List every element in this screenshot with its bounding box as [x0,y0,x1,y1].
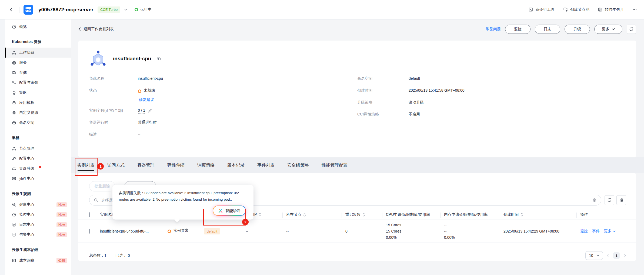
tab-access-mode[interactable]: 访问方式 [107,157,125,173]
sort-icon[interactable] [362,213,365,217]
terminal-icon [529,7,533,12]
divider [8,186,68,186]
edit-pencil-icon[interactable] [148,109,152,113]
refresh-icon [607,198,612,202]
faq-link[interactable]: 常见问题 [486,27,501,32]
sidebar-item-log-center[interactable]: 日志中心 New [5,220,71,230]
sidebar-item-configs-secrets[interactable]: 配置与密钥 [5,78,71,88]
globe-icon [12,61,16,65]
upgrade-policy-value[interactable]: 滚动升级 [409,100,424,106]
row-checkbox[interactable] [89,229,90,234]
column-memory[interactable]: 内存申请值/限制值/使用率 [444,212,503,217]
batch-delete-button[interactable]: 批量删除 [89,181,115,191]
sidebar-item-app-templates[interactable]: 应用模板 [5,98,71,108]
next-page-button[interactable] [624,254,626,257]
pod-status[interactable]: 实例异常 [173,228,189,234]
sidebar-item-cost-insights[interactable]: 成本洞察 公测 [5,256,71,266]
billing-mode-button[interactable]: 转包年包月 [598,7,624,12]
topbar-back-button[interactable] [7,6,15,14]
search-icon [94,198,98,202]
sidebar-item-policies[interactable]: 策略 [5,88,71,98]
more-button[interactable]: 更多 [594,25,622,34]
tab-security-group-policy[interactable]: 安全组策略 [287,157,309,173]
table-refresh-button[interactable] [605,195,614,205]
pod-monitor-link[interactable]: 监控 [580,229,588,234]
column-cpu[interactable]: CPU申请值/限制值/使用率 [386,212,444,217]
column-created[interactable]: 创建时间 [503,212,580,217]
cce-cluster-icon [24,5,33,15]
sidebar-item-node-management[interactable]: 节点管理 [5,144,71,154]
pod-name[interactable]: insufficient-cpu-54b58d4f8-... [100,229,168,233]
tab-pod-list[interactable]: 实例列表 [77,157,95,173]
tab-container-management[interactable]: 容器管理 [137,157,155,173]
tab-performance-config[interactable]: 性能管理配置 [322,157,348,173]
back-to-workloads-link[interactable]: 返回工作负载列表 [78,27,114,32]
logs-button[interactable]: 日志 [535,25,560,34]
create-nodepool-button[interactable]: 创建节点池 [563,7,589,12]
scheduling-failure-tooltip: 实例调度失败：0/2 nodes are available: 2 Insuff… [112,185,253,220]
sidebar-item-overview[interactable]: 概览 [5,22,71,32]
topbar-more-button[interactable] [632,7,637,12]
sort-icon[interactable] [259,213,261,217]
pod-more-link[interactable]: 更多 [604,229,616,234]
current-page[interactable]: 1 [613,252,620,259]
cluster-topbar: y00576872-mcp-server CCE Turbo 运行中 命令行工具… [0,0,644,19]
calendar-icon [598,7,602,12]
column-restarts[interactable]: 重启次数 [345,212,386,217]
sort-icon[interactable] [520,213,523,217]
tab-version-history[interactable]: 版本记录 [227,157,245,173]
tab-scheduling-policy[interactable]: 调度策略 [197,157,215,173]
cube-icon [12,121,16,125]
pod-table-row: insufficient-cpu-54b58d4f8-... 实例异常 defa… [78,220,636,243]
column-settings-button[interactable] [616,195,626,205]
replicas-value[interactable]: 0 / 1 [138,108,145,114]
chevron-down-icon [613,230,616,232]
new-badge: New [56,202,67,207]
page-size-select[interactable]: 10 [585,251,603,260]
sidebar-item-storage[interactable]: 存储 [5,68,71,78]
sidebar-item-addon-center[interactable]: 插件中心 [5,174,71,184]
log-icon [12,223,16,227]
refresh-button[interactable] [627,25,636,34]
select-all-checkbox[interactable] [89,212,90,217]
running-status-icon [135,8,138,11]
namespace-badge: default [204,228,220,234]
sidebar-section-cluster: 集群 [5,132,71,144]
prev-page-button[interactable] [607,254,609,257]
layers-icon [12,111,16,115]
field-created-time: 创建时间 2025/06/13 15:41:58 GMT+08:00 [357,88,465,94]
fix-suggestion-link[interactable]: 修复建议 [139,97,154,102]
cluster-switch-chevron-icon[interactable] [124,9,127,11]
sidebar-item-namespaces[interactable]: 命名空间 [5,118,71,128]
sidebar-item-services[interactable]: 服务 [5,58,71,68]
sidebar-item-monitoring-center[interactable]: 监控中心 New [5,210,71,220]
left-gutter [0,19,5,275]
sidebar-item-custom-resources[interactable]: 自定义资源 [5,108,71,118]
cli-tools-button[interactable]: 命令行工具 [529,7,555,12]
status-value[interactable]: 未就绪 [144,88,155,94]
sidebar-item-alarm-center[interactable]: 告警中心 New [5,230,71,240]
chevron-left-icon [78,27,81,31]
cluster-status-label: 运行中 [140,7,152,12]
sidebar-item-config-center[interactable]: 配置中心 [5,154,71,164]
sidebar-item-health-center[interactable]: 健康中心 New [5,200,71,210]
pod-events-link[interactable]: 事件 [592,229,600,234]
table-footer: 总条数： 1 已选： 0 10 1 [89,251,626,260]
tab-auto-scaling[interactable]: 弹性伸缩 [167,157,185,173]
divider [8,130,68,130]
column-node[interactable]: 所在节点 [286,212,345,217]
pod-restarts: 0 [345,229,386,233]
bar-chart-icon [12,259,16,263]
workload-title: insufficient-cpu [113,56,151,62]
monitor-button[interactable]: 监控 [505,25,530,34]
sidebar-item-workloads[interactable]: 工作负载 [5,48,71,58]
smart-diagnose-button[interactable]: 智能诊断 [213,206,246,216]
selected-count: 0 [128,253,130,258]
pod-node: -- [286,229,345,233]
search-settings-gear-icon[interactable] [592,198,597,202]
sidebar-item-cluster-upgrade[interactable]: 集群升级 [5,164,71,174]
tab-event-list[interactable]: 事件列表 [257,157,275,173]
upgrade-button[interactable]: 升级 [565,25,590,34]
sort-icon[interactable] [303,213,306,217]
copy-icon[interactable] [157,57,161,61]
